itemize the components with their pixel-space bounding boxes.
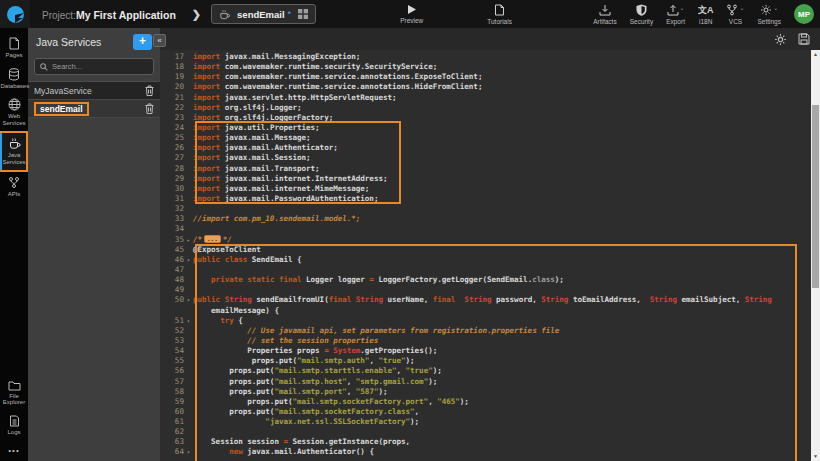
security-button[interactable]: Security — [630, 4, 653, 25]
code-line: 24import java.util.Properties; — [160, 123, 820, 133]
code-line: 60 props.put("mail.smtp.socketFactory.cl… — [160, 407, 820, 417]
tutorials-label: Tutorials — [487, 18, 512, 25]
line-number: 58 — [160, 387, 184, 397]
search-input[interactable] — [52, 62, 142, 71]
sidebar-item-web-services[interactable]: Web Services — [0, 94, 28, 131]
sidebar-item-databases[interactable]: Databases — [0, 64, 28, 95]
fold-marker[interactable]: ▾ — [184, 255, 193, 265]
preview-button[interactable]: Preview — [400, 4, 423, 24]
chevron-down-icon: ⌄ — [680, 4, 685, 11]
delete-icon[interactable] — [145, 103, 154, 114]
sidebar-item-pages[interactable]: Pages — [0, 33, 28, 64]
code-line: 62 — [160, 427, 820, 437]
shield-icon — [636, 4, 647, 16]
code-line: 46▾public class SendEmail { — [160, 255, 820, 265]
fold-marker — [184, 377, 193, 387]
line-number: 29 — [160, 174, 184, 184]
fold-marker — [184, 133, 193, 143]
line-number: 17 — [160, 52, 184, 62]
vcs-button[interactable]: ⌄ VCS — [726, 4, 744, 25]
service-name: MyJavaService — [34, 86, 145, 96]
preview-label: Preview — [400, 17, 423, 24]
line-number: 22 — [160, 103, 184, 113]
list-item-sendemail[interactable]: sendEmail — [28, 100, 160, 118]
branch-icon — [726, 4, 738, 16]
fold-marker — [184, 93, 193, 103]
code-line: 27import javax.mail.Session; — [160, 153, 820, 163]
fold-marker — [184, 224, 193, 234]
code-line: 18import com.wavemaker.runtime.security.… — [160, 62, 820, 72]
line-number: 34 — [160, 224, 184, 234]
line-number: 49 — [160, 285, 184, 295]
line-number: 28 — [160, 164, 184, 174]
grid-icon[interactable] — [298, 9, 308, 19]
list-item-myjavaservice[interactable]: MyJavaService — [28, 82, 160, 100]
fold-marker[interactable]: ▸ — [184, 235, 193, 245]
tutorials-button[interactable]: Tutorials — [487, 4, 512, 25]
scrollbar-thumb[interactable] — [812, 105, 819, 288]
app-window: Project:My First Application ❯ sendEmail… — [0, 0, 820, 461]
code-line: 63 Session session = Session.getInstance… — [160, 437, 820, 447]
collapse-panel-button[interactable]: « — [153, 34, 166, 47]
play-icon — [406, 4, 417, 15]
artifacts-button[interactable]: Artifacts — [593, 4, 616, 25]
code-line: 19import com.wavemaker.runtime.service.a… — [160, 72, 820, 82]
fold-marker — [184, 326, 193, 336]
sidebar-item-logs[interactable]: Logs — [0, 411, 28, 441]
code-line: 51▾ try { — [160, 316, 820, 326]
fold-marker[interactable]: ▾ — [184, 316, 193, 326]
fold-marker[interactable]: ▾ — [184, 295, 193, 305]
editor-settings-gear-icon[interactable] — [774, 33, 787, 46]
line-number: 24 — [160, 123, 184, 133]
tab-sendemail[interactable]: sendEmail * — [211, 4, 316, 24]
more-options-button[interactable]: ••• — [0, 440, 28, 461]
user-avatar[interactable]: MP — [794, 4, 814, 24]
add-service-button[interactable]: + — [133, 34, 152, 50]
sidebar-item-java-services[interactable]: Java Services — [0, 131, 28, 172]
fold-marker — [184, 184, 193, 194]
fold-marker — [184, 204, 193, 214]
scroll-down-arrow[interactable]: ▼ — [811, 452, 820, 461]
wavemaker-logo-icon[interactable] — [0, 0, 30, 28]
sidebar-item-apis[interactable]: APIs — [0, 172, 28, 203]
tab-title: sendEmail — [237, 9, 285, 20]
database-icon — [8, 68, 20, 81]
service-list: MyJavaService sendEmail — [28, 81, 160, 118]
code-line: 34 — [160, 224, 820, 234]
code-line: 55 props.put("mail.smtp.auth", "true"); — [160, 356, 820, 366]
fold-marker — [184, 72, 193, 82]
fold-marker — [184, 214, 193, 224]
export-icon — [667, 4, 679, 16]
i18n-button[interactable]: 文A i18N — [698, 4, 714, 25]
save-icon[interactable] — [798, 33, 810, 45]
delete-icon[interactable] — [145, 85, 154, 96]
code-line: 56 props.put("mail.smtp.starttls.enable"… — [160, 366, 820, 376]
code-line: 26import javax.mail.Authenticator; — [160, 143, 820, 153]
line-number: 48 — [160, 275, 184, 285]
sidebar-item-file-explorer[interactable]: File Explorer — [0, 376, 28, 411]
fold-marker — [184, 346, 193, 356]
code-area[interactable]: 17import javax.mail.MessagingException;1… — [160, 50, 820, 461]
java-services-panel: Java Services + « MyJavaService sendEmai… — [28, 28, 160, 461]
fold-marker — [184, 437, 193, 447]
panel-title: Java Services — [36, 36, 133, 48]
fold-marker[interactable]: ▾ — [184, 447, 193, 457]
code-line: 52 // Use javamail api, set parameters f… — [160, 326, 820, 336]
line-number: 23 — [160, 113, 184, 123]
breadcrumb-chevron-icon: ❯ — [192, 8, 201, 21]
line-number: 61 — [160, 417, 184, 427]
fold-marker — [184, 164, 193, 174]
service-search — [34, 58, 154, 75]
line-number: 19 — [160, 72, 184, 82]
settings-button[interactable]: ⌄ Settings — [758, 4, 782, 25]
code-line: 64▾ new javax.mail.Authenticator() { — [160, 447, 820, 457]
translate-icon: 文A — [698, 4, 714, 16]
folded-code-badge[interactable]: ... — [204, 235, 221, 243]
code-line: 48 private static final Logger logger = … — [160, 275, 820, 285]
export-button[interactable]: ⌄ Export — [666, 4, 685, 25]
code-line: 33//import com.pm_10.sendemail.model.*; — [160, 214, 820, 224]
globe-icon — [8, 98, 21, 111]
fold-marker — [184, 245, 193, 255]
editor-scrollbar[interactable]: ▲ ▼ — [811, 50, 820, 461]
scroll-up-arrow[interactable]: ▲ — [811, 50, 820, 59]
